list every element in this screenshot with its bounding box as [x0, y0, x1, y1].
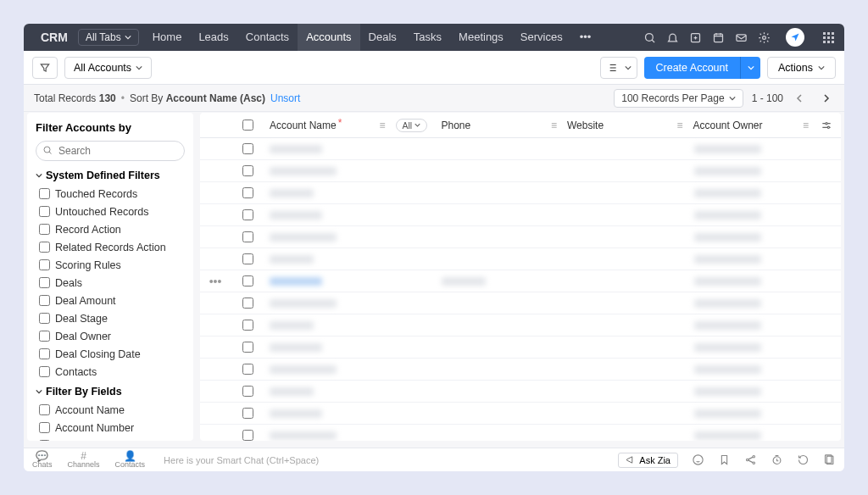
filter-group-fields[interactable]: Filter By Fields [36, 386, 185, 398]
nav-deals[interactable]: Deals [360, 24, 405, 51]
filter-checkbox[interactable] [39, 259, 50, 270]
filter-toggle-button[interactable] [32, 57, 58, 79]
row-checkbox[interactable] [242, 298, 253, 309]
actions-button[interactable]: Actions [767, 57, 836, 79]
search-icon[interactable] [643, 31, 656, 44]
nav-home[interactable]: Home [144, 24, 191, 51]
filter-account-name[interactable]: Account Name [36, 401, 185, 419]
ask-zia-button[interactable]: Ask Zia [618, 453, 678, 468]
row-checkbox[interactable] [242, 320, 253, 331]
create-dropdown[interactable] [740, 57, 760, 79]
minitab-chats[interactable]: 💬Chats [32, 451, 53, 469]
filter-related-records-action[interactable]: Related Records Action [36, 238, 185, 256]
unsort-link[interactable]: Unsort [270, 92, 300, 104]
row-checkbox[interactable] [242, 342, 253, 353]
calendar-icon[interactable] [712, 31, 725, 44]
table-row[interactable]: ••• [200, 138, 841, 160]
nav-contacts[interactable]: Contacts [237, 24, 298, 51]
filter-account-number[interactable]: Account Number [36, 419, 185, 437]
app-launcher-icon[interactable] [823, 32, 834, 43]
row-checkbox[interactable] [242, 430, 253, 441]
column-menu-icon[interactable]: ≡ [379, 120, 385, 131]
filter-search-input[interactable] [36, 141, 185, 161]
filter-deal-closing-date[interactable]: Deal Closing Date [36, 345, 185, 363]
column-menu-icon[interactable]: ≡ [803, 120, 809, 131]
table-row[interactable]: ••• [200, 248, 841, 270]
filter-touched-records[interactable]: Touched Records [36, 185, 185, 203]
filter-group-system[interactable]: System Defined Filters [36, 170, 185, 181]
nav-accounts[interactable]: Accounts [298, 24, 359, 51]
filter-checkbox[interactable] [39, 224, 50, 235]
row-checkbox[interactable] [242, 187, 253, 198]
table-row[interactable]: ••• [200, 160, 841, 182]
nav-tasks[interactable]: Tasks [405, 24, 450, 51]
select-all[interactable] [231, 120, 264, 131]
brand[interactable]: CRM [31, 31, 73, 44]
filter-deal-stage[interactable]: Deal Stage [36, 309, 185, 327]
filter-checkbox[interactable] [39, 348, 50, 359]
page-size-dropdown[interactable]: 100 Records Per Page [614, 89, 743, 108]
nav-leads[interactable]: Leads [190, 24, 236, 51]
row-checkbox[interactable] [242, 209, 253, 220]
col-owner[interactable]: Account Owner≡ [688, 120, 815, 131]
filter-checkbox[interactable] [39, 440, 50, 441]
page-prev-button[interactable] [792, 90, 809, 107]
filter-deal-amount[interactable]: Deal Amount [36, 292, 185, 309]
column-settings-button[interactable] [814, 120, 839, 131]
filter-checkbox[interactable] [39, 313, 50, 324]
smart-chat-hint[interactable]: Here is your Smart Chat (Ctrl+Space) [164, 455, 319, 465]
all-filter-pill[interactable]: All [396, 119, 428, 132]
row-checkbox[interactable] [242, 231, 253, 242]
row-checkbox[interactable] [242, 253, 253, 264]
row-checkbox[interactable] [242, 364, 253, 375]
filter-scoring-rules[interactable]: Scoring Rules [36, 256, 185, 274]
filter-account-owner[interactable]: Account Owner [36, 437, 185, 441]
row-checkbox[interactable] [242, 165, 253, 176]
filter-checkbox[interactable] [39, 331, 50, 342]
filter-checkbox[interactable] [39, 206, 50, 217]
gear-icon[interactable] [758, 31, 771, 44]
nav-more[interactable]: ••• [571, 24, 600, 51]
nav-meetings[interactable]: Meetings [450, 24, 512, 51]
column-menu-icon[interactable]: ≡ [551, 120, 557, 131]
add-icon[interactable] [689, 31, 702, 44]
table-row[interactable]: ••• [200, 336, 841, 359]
table-row[interactable]: ••• [200, 381, 841, 403]
filter-untouched-records[interactable]: Untouched Records [36, 203, 185, 220]
filter-record-action[interactable]: Record Action [36, 220, 185, 238]
filter-checkbox[interactable] [39, 242, 50, 253]
table-row[interactable]: ••• [200, 226, 841, 248]
row-checkbox[interactable] [242, 275, 253, 286]
bell-icon[interactable] [666, 31, 679, 44]
row-checkbox[interactable] [242, 408, 253, 419]
smiley-icon[interactable] [692, 453, 704, 466]
create-account-button[interactable]: Create Account [644, 57, 740, 79]
filter-checkbox[interactable] [39, 366, 50, 377]
avatar[interactable] [786, 28, 804, 47]
mail-icon[interactable] [735, 31, 748, 44]
filter-checkbox[interactable] [39, 422, 50, 433]
table-row[interactable]: ••• [200, 292, 841, 314]
clipboard-icon[interactable] [823, 453, 836, 466]
filter-checkbox[interactable] [39, 188, 50, 199]
filter-deal-owner[interactable]: Deal Owner [36, 327, 185, 345]
page-next-button[interactable] [817, 90, 834, 107]
col-account-name[interactable]: Account Name* ≡ [264, 120, 391, 131]
share-icon[interactable] [744, 453, 757, 466]
filter-checkbox[interactable] [39, 404, 50, 415]
layout-switch[interactable] [600, 57, 637, 79]
row-checkbox[interactable] [242, 143, 253, 154]
table-row[interactable]: ••• [200, 204, 841, 226]
column-menu-icon[interactable]: ≡ [676, 120, 682, 131]
nav-services[interactable]: Services [512, 24, 571, 51]
table-row[interactable]: ••• [200, 359, 841, 381]
table-row[interactable]: ••• [200, 314, 841, 336]
row-more-icon[interactable]: ••• [209, 275, 222, 288]
filter-checkbox[interactable] [39, 277, 50, 288]
bookmark-icon[interactable] [718, 453, 731, 466]
table-row[interactable]: ••• [200, 270, 841, 292]
table-row[interactable]: ••• [200, 425, 841, 441]
clock-icon[interactable] [771, 453, 783, 466]
table-row[interactable]: ••• [200, 403, 841, 425]
filter-deals[interactable]: Deals [36, 274, 185, 292]
